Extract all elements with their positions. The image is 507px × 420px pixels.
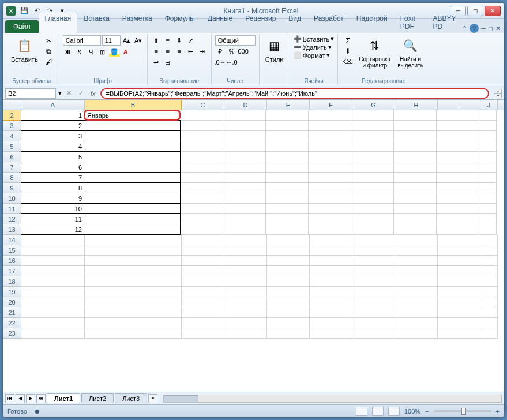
copy-icon[interactable]: ⧉ [44, 47, 54, 56]
cut-icon[interactable]: ✂ [44, 36, 54, 46]
underline-button[interactable]: Ч [86, 47, 96, 57]
cell-E18[interactable] [267, 276, 310, 287]
zoom-out-icon[interactable]: − [425, 408, 429, 415]
fill-color-button[interactable]: 🪣 [109, 47, 119, 57]
cell-E7[interactable] [266, 162, 309, 172]
cell-A10[interactable]: 9 [21, 193, 84, 204]
page-break-view-icon[interactable] [388, 407, 400, 416]
row-header-7[interactable]: 7 [3, 162, 21, 172]
cell-C2[interactable] [181, 110, 223, 121]
cell-B16[interactable] [85, 256, 182, 266]
cell-F14[interactable] [310, 235, 352, 245]
cell-A2[interactable]: 1 [21, 110, 84, 121]
row-header-14[interactable]: 14 [3, 235, 21, 245]
cell-D19[interactable] [224, 287, 267, 297]
sheet-tab-Лист2[interactable]: Лист2 [81, 393, 114, 403]
cell-D18[interactable] [224, 276, 267, 287]
cell-E3[interactable] [266, 121, 309, 131]
cell-I11[interactable] [437, 204, 479, 214]
cell-G10[interactable] [351, 193, 394, 204]
cell-G14[interactable] [352, 235, 395, 245]
cell-E11[interactable] [266, 204, 309, 214]
cell-J20[interactable] [480, 297, 498, 308]
cell-J3[interactable] [479, 121, 497, 131]
cell-J18[interactable] [480, 276, 498, 287]
cell-I23[interactable] [438, 328, 480, 339]
cell-H17[interactable] [395, 266, 438, 276]
cell-C19[interactable] [182, 287, 224, 297]
cell-B18[interactable] [85, 276, 182, 287]
cell-A15[interactable] [21, 245, 85, 256]
cell-B17[interactable] [85, 266, 182, 276]
cell-J9[interactable] [479, 183, 497, 193]
cell-E15[interactable] [267, 245, 310, 256]
formula-expand-down-icon[interactable]: ▾ [494, 93, 502, 98]
cell-F13[interactable] [309, 224, 351, 235]
cell-G9[interactable] [351, 183, 394, 193]
cell-A20[interactable] [21, 297, 85, 308]
paste-button[interactable]: 📋 Вставить [9, 35, 40, 64]
styles-button[interactable]: ▦ Стили [263, 35, 286, 64]
row-header-3[interactable]: 3 [3, 121, 21, 131]
sort-filter-button[interactable]: ⇅ Сортировка и фильтр [356, 35, 393, 70]
fill-icon[interactable]: ⬇ [343, 47, 353, 56]
cell-I6[interactable] [437, 152, 479, 162]
cell-B14[interactable] [85, 235, 182, 245]
cell-A11[interactable]: 10 [21, 203, 84, 214]
column-header-F[interactable]: F [310, 100, 352, 110]
cell-G15[interactable] [352, 245, 395, 256]
italic-button[interactable]: К [74, 47, 85, 57]
cell-F3[interactable] [309, 121, 351, 131]
zoom-level[interactable]: 100% [404, 408, 420, 415]
zoom-thumb[interactable] [461, 408, 466, 415]
cell-F8[interactable] [309, 172, 351, 183]
cell-H8[interactable] [394, 172, 437, 183]
font-name-combo[interactable]: Calibri [63, 35, 101, 46]
cell-J5[interactable] [479, 141, 497, 152]
cell-A4[interactable]: 3 [21, 130, 84, 141]
select-all-corner[interactable] [3, 100, 21, 110]
cell-J7[interactable] [479, 162, 497, 172]
cell-E23[interactable] [267, 328, 310, 339]
cell-F12[interactable] [309, 214, 351, 224]
cell-C7[interactable] [181, 162, 223, 172]
cell-C9[interactable] [181, 183, 223, 193]
cell-E19[interactable] [267, 287, 310, 297]
cell-G13[interactable] [351, 224, 394, 235]
ribbon-tab-abbyy pd[interactable]: ABBYY PD [426, 12, 462, 33]
cell-B9[interactable] [84, 182, 181, 193]
cell-G4[interactable] [351, 131, 394, 141]
cell-E16[interactable] [267, 256, 310, 266]
cell-A23[interactable] [21, 328, 85, 339]
cell-I13[interactable] [437, 224, 479, 235]
zoom-slider[interactable] [434, 410, 491, 412]
cell-E13[interactable] [266, 224, 309, 235]
cell-I14[interactable] [438, 235, 480, 245]
cell-J22[interactable] [480, 318, 498, 328]
cell-F5[interactable] [309, 141, 351, 152]
cell-I17[interactable] [438, 266, 480, 276]
cell-D6[interactable] [223, 152, 266, 162]
cell-E20[interactable] [267, 297, 310, 308]
cell-A22[interactable] [21, 318, 85, 328]
cell-H7[interactable] [394, 162, 437, 172]
cell-D9[interactable] [223, 183, 266, 193]
cell-B8[interactable] [84, 172, 181, 183]
cell-E8[interactable] [266, 172, 309, 183]
cell-D23[interactable] [224, 328, 267, 339]
cell-G5[interactable] [351, 141, 394, 152]
cell-B23[interactable] [85, 328, 182, 339]
row-header-18[interactable]: 18 [3, 276, 21, 287]
cell-D22[interactable] [224, 318, 267, 328]
column-header-C[interactable]: C [182, 100, 224, 110]
cell-G6[interactable] [351, 152, 394, 162]
cell-H21[interactable] [395, 308, 438, 318]
ribbon-tab-разработ[interactable]: Разработ [307, 12, 350, 33]
cell-J11[interactable] [479, 204, 497, 214]
doc-restore-icon[interactable]: ◻ [488, 25, 493, 32]
cell-H14[interactable] [395, 235, 438, 245]
cell-C21[interactable] [182, 308, 224, 318]
cell-C16[interactable] [182, 256, 224, 266]
cancel-formula-icon[interactable]: ✕ [64, 89, 74, 97]
save-button[interactable]: 💾 [19, 6, 29, 16]
